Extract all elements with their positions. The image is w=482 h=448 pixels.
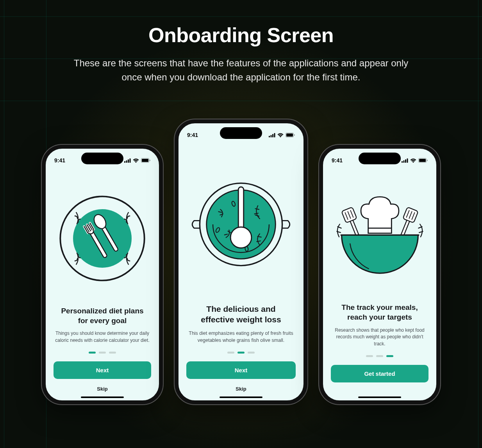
svg-rect-32: [427, 160, 428, 161]
battery-icon: [286, 133, 295, 137]
svg-rect-5: [142, 159, 148, 162]
skip-button[interactable]: Skip: [97, 383, 107, 395]
signal-icon: [124, 158, 131, 163]
dot-2[interactable]: [376, 355, 383, 357]
next-button[interactable]: Next: [186, 361, 296, 379]
svg-rect-0: [124, 161, 125, 163]
svg-rect-15: [274, 133, 275, 137]
screen-description: Research shows that people who kept food…: [331, 327, 428, 347]
svg-rect-3: [130, 158, 131, 163]
get-started-button[interactable]: Get started: [331, 365, 428, 382]
signal-icon: [269, 133, 275, 137]
dot-3[interactable]: [109, 352, 116, 354]
svg-rect-29: [407, 158, 408, 163]
svg-rect-14: [272, 134, 273, 137]
svg-rect-26: [402, 161, 403, 163]
page-indicator[interactable]: [186, 352, 296, 354]
status-time: 9:41: [54, 157, 65, 164]
page-indicator[interactable]: [54, 352, 151, 354]
svg-rect-28: [405, 159, 406, 163]
dot-1[interactable]: [227, 352, 234, 354]
notch: [81, 153, 123, 164]
page-subtitle: These are the screens that have the feat…: [69, 56, 413, 84]
screen-title: The delicious and effective weight loss: [186, 304, 296, 325]
screen-title: The track your meals, reach your targets: [331, 303, 428, 322]
svg-rect-17: [286, 133, 293, 137]
screen-description: Things you should know determine your da…: [54, 330, 151, 344]
svg-point-25: [230, 227, 252, 248]
svg-rect-13: [271, 135, 272, 137]
svg-rect-2: [128, 159, 129, 163]
dot-3[interactable]: [386, 355, 393, 357]
notch: [359, 153, 401, 164]
home-indicator[interactable]: [358, 396, 401, 398]
phone-row: 9:41: [0, 100, 482, 404]
svg-rect-31: [419, 159, 426, 162]
next-button[interactable]: Next: [54, 361, 151, 379]
phone-mockup-3: 9:41: [319, 145, 440, 404]
dot-2[interactable]: [237, 352, 245, 354]
dot-1[interactable]: [89, 352, 96, 354]
screen-title: Personalized diet plans for every goal: [54, 306, 151, 325]
dot-3[interactable]: [248, 352, 255, 354]
skip-button[interactable]: Skip: [236, 383, 246, 395]
svg-rect-18: [294, 134, 295, 136]
wifi-icon: [133, 158, 139, 163]
svg-rect-1: [126, 160, 127, 163]
illustration: [179, 141, 303, 304]
battery-icon: [141, 158, 150, 163]
svg-rect-6: [150, 160, 150, 161]
phone-mockup-2: 9:41: [175, 119, 307, 404]
battery-icon: [418, 158, 428, 163]
illustration: [323, 167, 436, 303]
screen-description: This diet emphasizes eating plenty of fr…: [186, 330, 296, 344]
dot-1[interactable]: [366, 355, 373, 357]
page-title: Onboarding Screen: [0, 0, 482, 47]
phone-mockup-1: 9:41: [42, 145, 163, 404]
status-time: 9:41: [332, 157, 343, 164]
wifi-icon: [277, 133, 284, 137]
notch: [220, 127, 262, 139]
dot-2[interactable]: [99, 352, 106, 354]
status-time: 9:41: [187, 132, 198, 138]
signal-icon: [402, 158, 408, 163]
home-indicator[interactable]: [220, 396, 262, 398]
wifi-icon: [410, 158, 416, 163]
svg-rect-12: [269, 136, 270, 137]
svg-rect-27: [403, 160, 405, 163]
page-indicator[interactable]: [331, 355, 428, 357]
home-indicator[interactable]: [81, 396, 124, 398]
illustration: [46, 167, 159, 306]
